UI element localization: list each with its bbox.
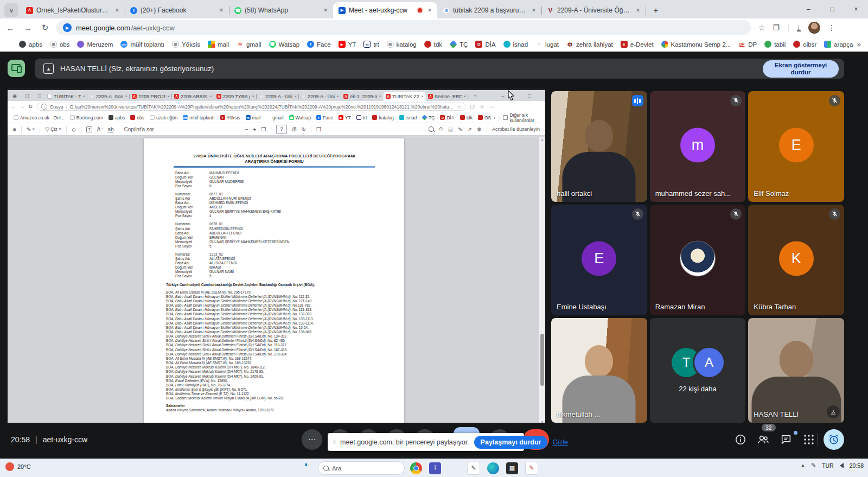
calc-app-icon[interactable]: ▦ <box>506 462 518 474</box>
bookmark-item[interactable]: ⊕Amazon.co.uk - Onl... <box>11 115 67 120</box>
chrome-app-icon[interactable] <box>410 462 422 474</box>
bookmark-item[interactable]: tdk <box>457 115 475 120</box>
scroll-down-icon[interactable]: ▼ <box>539 421 545 423</box>
tab-close-icon[interactable]: × <box>336 94 339 99</box>
bookmark-item[interactable]: isnad <box>397 115 419 120</box>
pdf-eraser-icon[interactable]: ◇ <box>72 126 76 132</box>
pdf-save-icon[interactable]: ▤ <box>448 126 453 132</box>
tab-close-icon[interactable]: × <box>294 94 297 99</box>
pdf-viewport[interactable]: 2209/A ÜNİVERSİTE ÖĞRENCİLERİ ARAŞTIRMA … <box>8 137 545 423</box>
bookmark-item[interactable]: ⊕katalog <box>383 41 420 48</box>
bookmark-item[interactable]: arapça <box>820 41 857 48</box>
bookmark-item[interactable]: apbs <box>15 41 46 48</box>
scrollbar-thumb[interactable] <box>540 334 544 386</box>
shared-browser-tab[interactable]: ᐱek-1_2209-a× <box>341 92 384 101</box>
shared-bookmark-star-icon[interactable]: ☆ <box>457 104 462 110</box>
bookmark-item[interactable]: Φzehra ilahiyat <box>563 41 617 48</box>
browser-tab[interactable]: ᐱOrnek_IsPaketiOlusturma.pdf× <box>21 2 125 18</box>
participant-tile[interactable]: KKübra Tarhan <box>748 205 844 315</box>
hidden-icons-chevron[interactable]: ▲ <box>801 463 805 468</box>
participant-tile[interactable]: HASAN TELLİ <box>748 318 844 423</box>
bookmark-item[interactable]: ⊕obs <box>46 41 74 48</box>
shared-browser-tab[interactable]: ᐱ2209 TYBS.p× <box>214 92 257 101</box>
participant-tile[interactable]: halil ortakci <box>551 91 647 202</box>
pdf-settings-icon[interactable]: ⚙ <box>477 126 482 132</box>
window-maximize-button[interactable]: □ <box>820 0 844 18</box>
shared-browser-tab[interactable]: V2209-A - Üni× <box>299 92 341 101</box>
pdf-page-input[interactable]: 7 <box>276 125 287 134</box>
bookmark-item[interactable]: trttrt <box>360 41 382 48</box>
pdf-page-view-icon[interactable]: ❐ <box>316 126 321 132</box>
participant-tile[interactable]: EElif Solmaz <box>748 91 844 202</box>
address-bar[interactable]: ▶ meet.google.com/aet-uxkg-ccw <box>56 20 751 35</box>
shared-bookmarks-overflow-icon[interactable]: › <box>494 115 495 120</box>
shared-new-tab-button[interactable]: + <box>471 92 479 100</box>
pdf-print-icon[interactable]: ⎙ <box>439 126 443 132</box>
shared-back-icon[interactable]: ← <box>11 104 16 110</box>
drag-grip-icon[interactable]: ‖ <box>333 438 335 446</box>
expand-icon[interactable] <box>827 405 840 418</box>
copilot-button[interactable]: Copilot'a sor <box>124 126 154 132</box>
page-info-icon[interactable]: i <box>41 104 47 110</box>
other-favorites-label[interactable]: Diğer sık kullanılanlar <box>509 112 541 123</box>
bookmarks-overflow-icon[interactable]: » <box>857 40 860 48</box>
scroll-up-icon[interactable]: ▲ <box>539 138 545 141</box>
forward-icon[interactable]: → <box>21 21 35 35</box>
participant-tile[interactable]: Ramazan Miran <box>650 205 746 315</box>
profile-avatar[interactable] <box>808 22 820 34</box>
bookmark-item[interactable]: Mgmail <box>233 41 265 48</box>
volume-icon[interactable] <box>840 463 844 468</box>
pdf-highlight-icon[interactable]: ab <box>107 126 113 132</box>
browser-tab[interactable]: Gtübitak 2209 a başvuru formu ö× <box>437 2 541 18</box>
new-tab-button[interactable]: + <box>649 3 663 17</box>
shared-reload-icon[interactable]: ↻ <box>28 104 33 110</box>
downloads-icon[interactable]: ↓ <box>797 24 801 31</box>
tab-close-icon[interactable]: × <box>634 6 642 15</box>
language-indicator[interactable]: TUR <box>822 462 834 469</box>
bookmark-item[interactable]: ☎Watsap <box>286 115 314 120</box>
timer-button[interactable] <box>824 429 844 450</box>
pdf-rotate-icon[interactable]: ↻ <box>302 126 306 132</box>
tab-close-icon[interactable]: × <box>125 94 127 99</box>
shared-browser-tab[interactable]: ⊕TÜBİTAK - TY× <box>45 92 87 101</box>
bookmark-item[interactable]: zmmüif toplantı <box>117 41 168 48</box>
window-minimize-button[interactable]: – <box>796 0 820 18</box>
shared-browser-tab[interactable]: ᐱ2209 PROJEL× <box>130 92 172 101</box>
bookmark-item[interactable]: TÇ <box>419 115 437 120</box>
meeting-details-button[interactable] <box>732 431 749 448</box>
pdf-scrollbar[interactable]: ▲ ▼ <box>539 137 545 423</box>
pdf-search-icon[interactable] <box>429 126 434 132</box>
bookmark-item[interactable]: Meruzem <box>73 41 117 48</box>
bookmark-item[interactable]: ∩lugat <box>532 41 563 48</box>
participant-tile[interactable]: EEmine Ustabaşı <box>551 205 647 315</box>
bookmark-item[interactable]: DDİA <box>471 41 499 48</box>
bookmark-item[interactable]: ⊕Yöksis <box>168 41 204 48</box>
tray-clock[interactable]: 20:58 <box>850 462 864 469</box>
bookmark-item[interactable]: oibsr <box>789 41 820 48</box>
bookmark-item[interactable]: obs <box>127 115 147 120</box>
bookmark-item[interactable]: TÇ <box>446 41 471 48</box>
tab-close-icon[interactable]: × <box>217 6 226 15</box>
acrobat-edit-button[interactable]: Acrobat ile düzenleyin <box>492 126 540 132</box>
bookmark-item[interactable]: ▶YT <box>336 115 354 120</box>
side-panel-icon[interactable]: ❐ <box>773 23 780 32</box>
weather-widget[interactable]: 20°C <box>5 462 31 471</box>
tab-close-icon[interactable]: × <box>321 6 330 15</box>
tab-close-icon[interactable]: × <box>529 6 538 15</box>
tab-close-icon[interactable]: × <box>113 6 122 15</box>
bookmark-item[interactable]: ⊕Booking.com <box>67 115 106 120</box>
menu-kebab-icon[interactable]: ⋮ <box>828 23 835 32</box>
bookmark-item[interactable]: DDİA <box>437 115 457 120</box>
more-options-button[interactable]: ⋯ <box>302 429 322 450</box>
bookmark-item[interactable]: ee-Devlet <box>617 41 658 48</box>
taskbar-search[interactable]: Ara <box>318 461 405 475</box>
pdf-toc-icon[interactable]: ≡ <box>13 126 16 132</box>
shared-address-bar[interactable]: i Dosya | G:/aa%20mersin%20üniversitesi/… <box>37 103 465 111</box>
bookmark-item[interactable]: fFace <box>303 41 335 48</box>
bookmark-item[interactable]: mail <box>204 41 233 48</box>
activities-button[interactable] <box>801 431 817 448</box>
bookmark-item[interactable]: DPDP <box>735 41 761 48</box>
pdf-text-icon[interactable]: T <box>86 126 92 132</box>
pen-tray-icon[interactable]: ✎ <box>811 462 816 469</box>
hide-notification-link[interactable]: Gizle <box>552 438 567 446</box>
